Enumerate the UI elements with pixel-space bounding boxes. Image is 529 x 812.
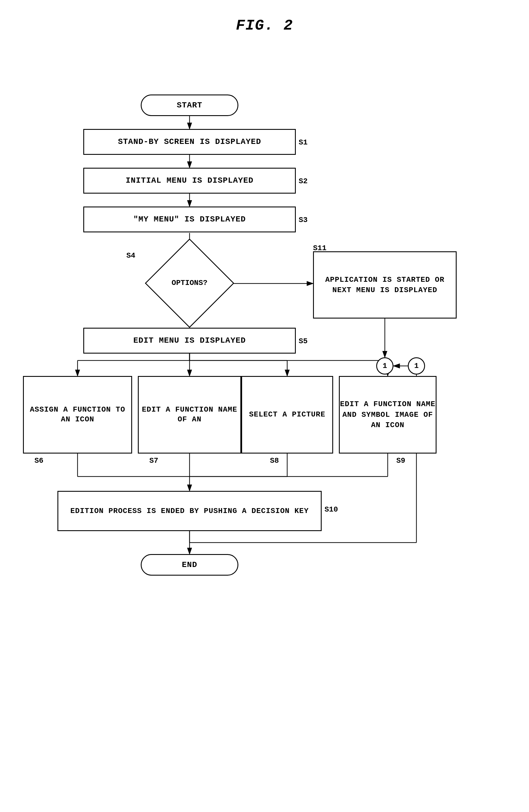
end-label: END: [182, 561, 197, 569]
s7-step: S7: [149, 456, 158, 465]
s10-shape: EDITION PROCESS IS ENDED BY PUSHING A DE…: [57, 491, 322, 531]
s2-step: S2: [299, 177, 308, 186]
start-label: START: [177, 101, 202, 110]
s4-label: OPTIONS?: [172, 278, 208, 288]
start-shape: START: [141, 95, 238, 116]
s8-step: S8: [270, 456, 279, 465]
s11-label: APPLICATION IS STARTED OR NEXT MENU IS D…: [314, 275, 456, 295]
s3-step: S3: [299, 216, 308, 224]
s1-shape: STAND-BY SCREEN IS DISPLAYED: [83, 129, 296, 155]
s6-step: S6: [34, 456, 43, 465]
circle1-top: 1: [376, 357, 394, 375]
s6-label: ASSIGN A FUNCTION TO AN ICON: [24, 405, 131, 424]
s1-label: STAND-BY SCREEN IS DISPLAYED: [118, 137, 261, 147]
s8-shape: SELECT A PICTURE: [241, 376, 333, 453]
s4-step: S4: [126, 251, 135, 260]
s5-label: EDIT MENU IS DISPLAYED: [133, 335, 246, 346]
s11-step: S11: [313, 244, 326, 252]
s6-shape: ASSIGN A FUNCTION TO AN ICON: [23, 376, 132, 453]
s2-shape: INITIAL MENU IS DISPLAYED: [83, 168, 296, 193]
s7-label: EDIT A FUNCTION NAME OF AN: [139, 405, 240, 424]
s9-shape: EDIT A FUNCTION NAME AND SYMBOL IMAGE OF…: [339, 376, 437, 453]
s10-label: EDITION PROCESS IS ENDED BY PUSHING A DE…: [70, 506, 309, 516]
s5-step: S5: [299, 337, 308, 346]
circle1-bottom: 1: [408, 357, 425, 375]
s5-shape: EDIT MENU IS DISPLAYED: [83, 328, 296, 353]
s11-shape: APPLICATION IS STARTED OR NEXT MENU IS D…: [313, 251, 457, 319]
s8-label: SELECT A PICTURE: [249, 410, 325, 420]
end-shape: END: [141, 554, 238, 576]
s1-step: S1: [299, 138, 308, 147]
s7-shape: EDIT A FUNCTION NAME OF AN: [138, 376, 241, 453]
page-title: FIG. 2: [0, 0, 529, 34]
s3-label: "MY MENU" IS DISPLAYED: [133, 214, 246, 224]
s4-diamond-wrapper: OPTIONS?: [144, 251, 235, 315]
s9-label: EDIT A FUNCTION NAME AND SYMBOL IMAGE OF…: [340, 399, 436, 430]
s9-step: S9: [396, 456, 405, 465]
s2-label: INITIAL MENU IS DISPLAYED: [126, 175, 253, 186]
s3-shape: "MY MENU" IS DISPLAYED: [83, 206, 296, 232]
s10-step: S10: [324, 505, 338, 514]
